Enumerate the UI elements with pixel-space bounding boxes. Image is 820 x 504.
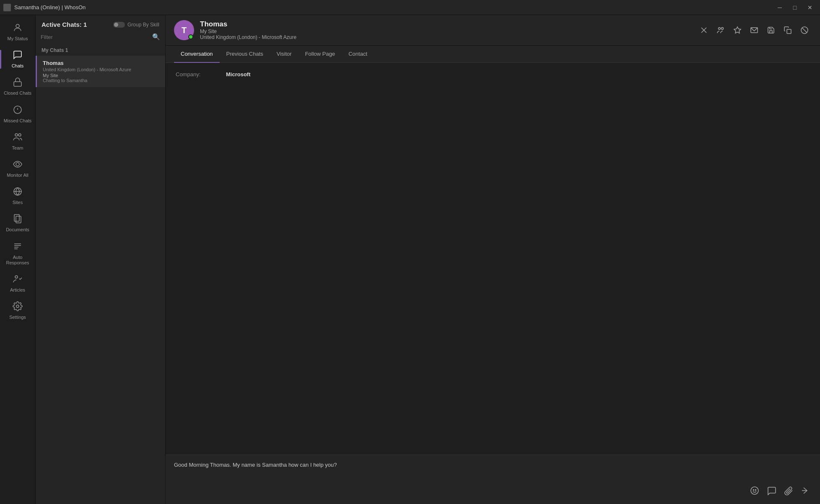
sidebar: My Status Chats Closed Chats	[0, 15, 36, 504]
svg-point-25	[755, 490, 756, 491]
chat-item-name: Thomas	[43, 60, 159, 66]
tab-follow-page[interactable]: Follow Page	[298, 46, 342, 63]
chat-header-left: T Thomas My Site United Kingdom (London)…	[174, 20, 296, 40]
chat-header-info: Thomas My Site United Kingdom (London) -…	[200, 20, 296, 40]
closed-chats-icon	[13, 77, 23, 89]
send-button[interactable]	[798, 484, 812, 497]
auto-responses-icon	[13, 241, 23, 253]
tab-contact[interactable]: Contact	[342, 46, 374, 63]
tab-visitor[interactable]: Visitor	[270, 46, 298, 63]
chat-item-status: Chatting to Samantha	[43, 78, 159, 83]
window-controls: ─ □ ✕	[773, 2, 817, 13]
avatar-letter: T	[182, 26, 187, 35]
avatar: T	[174, 20, 194, 40]
monitor-all-icon	[13, 159, 23, 171]
svg-point-5	[16, 163, 19, 166]
online-indicator	[188, 34, 193, 39]
chat-list-item[interactable]: Thomas United Kingdom (London) - Microso…	[36, 56, 165, 87]
sidebar-label-missed-chats: Missed Chats	[4, 118, 32, 124]
svg-point-23	[751, 487, 758, 494]
minimize-button[interactable]: ─	[773, 2, 786, 13]
svg-point-14	[16, 305, 19, 308]
close-button[interactable]: ✕	[803, 2, 817, 13]
main-content: T Thomas My Site United Kingdom (London)…	[166, 15, 820, 504]
group-by-skill-toggle[interactable]: Group By Skill	[113, 22, 159, 28]
app-title: Samantha (Online) | WhosOn	[14, 4, 86, 10]
coach-button[interactable]	[730, 23, 745, 37]
svg-point-17	[719, 28, 721, 30]
titlebar-left: Samantha (Online) | WhosOn	[3, 4, 86, 11]
app-icon	[3, 4, 11, 11]
svg-rect-1	[14, 82, 21, 86]
sidebar-item-missed-chats[interactable]: Missed Chats	[0, 101, 35, 128]
filter-input[interactable]	[41, 34, 150, 40]
sidebar-item-monitor-all[interactable]: Monitor All	[0, 155, 35, 182]
sidebar-label-articles: Articles	[10, 287, 25, 293]
svg-point-24	[753, 490, 754, 491]
block-button[interactable]	[797, 23, 812, 37]
quick-replies-button[interactable]	[765, 484, 778, 497]
svg-rect-7	[14, 215, 19, 221]
filter-bar: 🔍	[36, 31, 165, 45]
maximize-button[interactable]: □	[788, 2, 802, 13]
company-value: Microsoft	[226, 71, 251, 78]
sidebar-item-settings[interactable]: Settings	[0, 297, 35, 324]
chat-tabs: Conversation Previous Chats Visitor Foll…	[166, 46, 820, 63]
transfer-button[interactable]	[714, 23, 728, 37]
sidebar-label-documents: Documents	[6, 227, 29, 233]
group-by-skill-label: Group By Skill	[127, 22, 159, 28]
group-by-skill-switch[interactable]	[113, 22, 125, 28]
message-area	[166, 455, 820, 504]
conversation-area: Company: Microsoft	[166, 63, 820, 455]
active-chats-title: Active Chats: 1	[42, 21, 87, 28]
sidebar-label-chats: Chats	[12, 63, 24, 69]
sidebar-item-my-status[interactable]: My Status	[0, 18, 35, 46]
chat-header-actions	[697, 23, 812, 37]
sidebar-item-auto-responses[interactable]: Auto Responses	[0, 237, 35, 270]
settings-icon	[13, 301, 23, 313]
sidebar-label-auto-responses: Auto Responses	[3, 255, 33, 266]
sidebar-label-closed-chats: Closed Chats	[4, 90, 31, 96]
attach-button[interactable]	[781, 484, 795, 497]
tab-previous-chats[interactable]: Previous Chats	[220, 46, 270, 63]
svg-point-4	[18, 134, 21, 136]
team-icon	[13, 132, 23, 144]
copy-button[interactable]	[781, 23, 795, 37]
svg-rect-20	[787, 29, 791, 34]
save-button[interactable]	[764, 23, 778, 37]
documents-icon	[13, 214, 23, 225]
my-status-icon	[13, 23, 23, 34]
sidebar-label-sites: Sites	[13, 200, 23, 205]
sidebar-item-documents[interactable]: Documents	[0, 209, 35, 237]
sidebar-label-my-status: My Status	[8, 36, 28, 41]
chat-header-location: United Kingdom (London) - Microsoft Azur…	[200, 34, 296, 40]
chat-header-name: Thomas	[200, 20, 296, 28]
titlebar: Samantha (Online) | WhosOn ─ □ ✕	[0, 0, 820, 15]
missed-chats-icon	[13, 105, 23, 116]
sidebar-item-articles[interactable]: Articles	[0, 270, 35, 297]
message-toolbar	[174, 484, 812, 497]
sites-icon	[13, 186, 23, 198]
svg-point-18	[721, 28, 724, 30]
svg-point-13	[15, 276, 18, 278]
filter-search-icon[interactable]: 🔍	[152, 33, 160, 41]
svg-point-3	[15, 134, 18, 136]
sidebar-item-team[interactable]: Team	[0, 128, 35, 155]
sidebar-item-closed-chats[interactable]: Closed Chats	[0, 73, 35, 100]
chat-item-location: United Kingdom (London) - Microsoft Azur…	[43, 67, 159, 72]
tab-conversation[interactable]: Conversation	[174, 46, 220, 63]
sidebar-item-sites[interactable]: Sites	[0, 182, 35, 209]
sidebar-label-settings: Settings	[9, 315, 26, 320]
sidebar-label-team: Team	[12, 145, 23, 151]
svg-rect-8	[16, 216, 21, 223]
emoji-button[interactable]	[748, 484, 761, 497]
company-info-row: Company: Microsoft	[176, 71, 810, 78]
close-chat-button[interactable]	[697, 23, 711, 37]
chat-header: T Thomas My Site United Kingdom (London)…	[166, 15, 820, 46]
sidebar-item-chats[interactable]: Chats	[0, 46, 35, 73]
svg-line-22	[802, 28, 807, 33]
sidebar-label-monitor-all: Monitor All	[7, 173, 28, 178]
email-button[interactable]	[747, 23, 761, 37]
message-input[interactable]	[174, 462, 812, 478]
main-layout: My Status Chats Closed Chats	[0, 15, 820, 504]
